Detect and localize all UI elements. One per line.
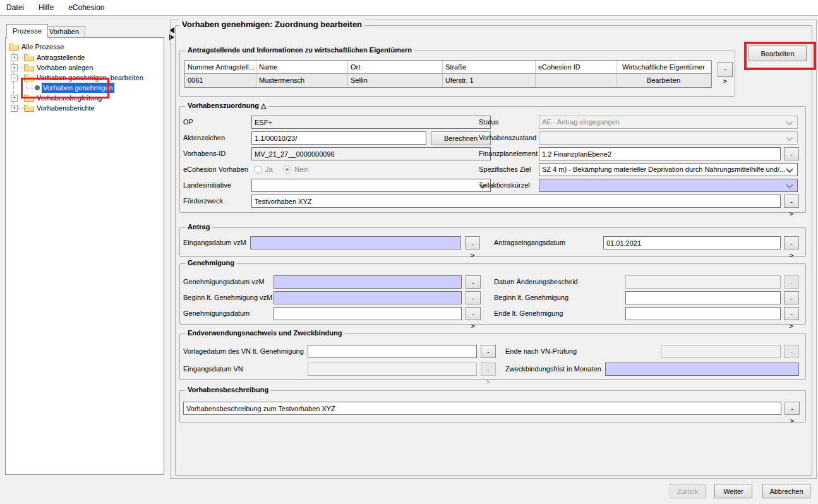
tab-vorhaben[interactable]: Vorhaben (43, 26, 85, 38)
antrag-groupbox: Antrag Eingangsdatum vzM -> Antragseinga… (179, 227, 806, 257)
ecohesion-ja-label: Ja (265, 163, 273, 176)
applicants-arrow-button[interactable]: -> (718, 62, 733, 77)
antragseingangsdatum-input[interactable] (603, 236, 781, 249)
antrag-legend: Antrag (185, 223, 212, 231)
zweckbindungsfrist-input[interactable] (605, 363, 799, 376)
finanzplanelement-input[interactable] (539, 147, 781, 160)
vorhabensbeschreibung-input[interactable] (183, 402, 781, 415)
genehmigungsdatum-input[interactable] (274, 307, 462, 320)
collapse-icon[interactable]: − (11, 75, 18, 81)
vorhabens-id-label: Vorhabens-ID (183, 147, 226, 160)
foerderzweck-arrow-button[interactable]: -> (784, 195, 799, 208)
ende-genehmigung-label: Ende lt. Genehmigung (494, 307, 563, 320)
bearbeiten-button[interactable]: Bearbeiten (749, 45, 807, 61)
tree-item-vorhabensberichte[interactable]: + Vorhabensberichte (6, 103, 164, 113)
tree-item-alle-prozesse[interactable]: Alle Prozesse (6, 42, 164, 52)
menu-ecohesion[interactable]: eCohesion (62, 0, 111, 15)
cell-nummer: 0061 (185, 74, 256, 87)
process-tree: Alle Prozesse + Antragstellende + Vorhab… (5, 37, 164, 475)
menu-datei[interactable]: Datei (0, 0, 30, 15)
ecohesion-nein-label: Nein (294, 163, 309, 176)
vorhabenszustand-label: Vorhabenszustand (479, 131, 536, 145)
landesinitiative-label: Landesinitiative (183, 179, 231, 192)
vorlagedatum-vn-arrow-button[interactable]: -> (481, 345, 496, 358)
teilaktionskuerzel-label: Teilaktionskürzel (479, 179, 530, 192)
column-header-strasse[interactable]: Straße (443, 61, 536, 74)
expand-icon[interactable]: + (11, 64, 18, 71)
column-header-wirtschaftliche-eigentuemer[interactable]: Wirtschaftliche Eigentümer (617, 61, 711, 74)
tree-item-label: Alle Prozesse (20, 42, 65, 52)
tree-item-vorhaben-genehmigen-bearbeiten[interactable]: − Vorhaben genehmigen, bearbeiten (6, 73, 164, 83)
finanzplanelement-arrow-button[interactable]: -> (784, 147, 799, 160)
genehmigung-groupbox: Genehmigung Genehmigungsdatum vzM -> Beg… (179, 263, 806, 325)
folder-icon (24, 93, 34, 102)
ende-genehmigung-input[interactable] (625, 307, 781, 320)
zuordnung-groupbox: Vorhabenszuordnung △ OP Aktenzeichen Ber… (179, 106, 806, 213)
teilaktionskuerzel-select[interactable] (539, 179, 798, 192)
eingangsdatum-vzm-arrow-button[interactable]: -> (465, 236, 480, 249)
ende-genehmigung-arrow-button[interactable]: -> (784, 307, 799, 320)
datum-aenderungsbescheid-label: Datum Änderungsbescheid (494, 275, 578, 289)
eingangsdatum-vn-arrow-button: -> (481, 363, 496, 376)
foerderzweck-label: Förderzweck (183, 195, 223, 208)
genehmigungsdatum-vzm-arrow-button[interactable]: -> (466, 275, 481, 289)
tab-prozesse[interactable]: Prozesse (6, 24, 48, 38)
vorlagedatum-vn-input[interactable] (308, 345, 477, 358)
applicants-groupbox: Antragstellende und Informationen zu wir… (179, 51, 735, 97)
genehmigungsdatum-label: Genehmigungsdatum (183, 307, 250, 320)
landesinitiative-select[interactable] (251, 179, 491, 192)
beginn-genehmigung-arrow-button[interactable]: -> (784, 291, 799, 304)
table-row[interactable]: 0061 Mustermensch Sellin Uferstr. 1 Bear… (185, 74, 711, 87)
cell-eigentuemer-bearbeiten-button[interactable]: Bearbeiten (617, 74, 711, 87)
menu-hilfe[interactable]: Hilfe (32, 0, 60, 15)
column-header-ort[interactable]: Ort (348, 61, 443, 74)
ende-vn-pruefung-label: Ende nach VN-Prüfung (505, 345, 577, 358)
column-header-ecohesion-id[interactable]: eCohesion ID (536, 61, 617, 74)
menubar: Datei Hilfe eCohesion (0, 0, 818, 16)
tree-item-antragstellende[interactable]: + Antragstellende (6, 52, 164, 63)
genehmigungsdatum-arrow-button[interactable]: -> (466, 307, 481, 320)
tree-item-vorhabensbegleitung[interactable]: + Vorhabensbegleitung (6, 93, 164, 103)
ecohesion-ja-radio[interactable] (254, 165, 262, 174)
genehmigungsdatum-vzm-label: Genehmigungsdatum vzM (183, 275, 264, 289)
expand-icon[interactable]: + (11, 105, 18, 112)
beginn-genehmigung-vzm-arrow-button[interactable]: -> (466, 291, 481, 304)
bullet-icon (35, 85, 40, 90)
zuordnung-legend: Vorhabenszuordnung △ (185, 102, 268, 110)
column-header-nummer[interactable]: Nummer Antragstell... (185, 61, 256, 74)
beginn-genehmigung-vzm-input[interactable] (274, 291, 462, 304)
beschreibung-legend: Vorhabensbeschreibung (185, 386, 271, 393)
beginn-genehmigung-input[interactable] (625, 291, 781, 304)
endverwendung-legend: Endverwendungsnachweis und Zweckbindung (185, 329, 344, 337)
column-header-name[interactable]: Name (256, 61, 348, 74)
ecohesion-nein-radio[interactable] (283, 165, 291, 174)
eingangsdatum-vzm-input[interactable] (250, 236, 461, 249)
cell-strasse: Uferstr. 1 (443, 74, 536, 87)
ecohesion-vorhaben-label: eCohesion Vorhaben (183, 163, 248, 176)
spezifisches-ziel-select[interactable]: SZ 4 m) - Bekämpfung materieller Depriva… (539, 163, 798, 176)
zweckbindungsfrist-label: Zweckbindungsfrist in Monaten (505, 363, 601, 376)
status-select: AE - Antrag eingegangen (539, 116, 798, 129)
antragseingangsdatum-arrow-button[interactable]: -> (784, 236, 799, 249)
table-header-row: Nummer Antragstell... Name Ort Straße eC… (185, 61, 711, 74)
tree-item-vorhaben-anlegen[interactable]: + Vorhaben anlegen (6, 63, 164, 73)
foerderzweck-input[interactable] (251, 195, 781, 208)
abbrechen-button[interactable]: Abbrechen (762, 484, 810, 498)
op-label: OP (183, 116, 193, 129)
aktenzeichen-label: Aktenzeichen (183, 131, 225, 145)
eingangsdatum-vzm-label: Eingangsdatum vzM (183, 236, 246, 249)
expand-icon[interactable]: + (11, 54, 18, 61)
genehmigungsdatum-vzm-input[interactable] (274, 275, 462, 289)
chevron-down-icon (786, 165, 793, 172)
vorhabens-id-field (251, 147, 491, 160)
ende-vn-pruefung-field (661, 345, 781, 358)
beginn-genehmigung-vzm-label: Beginn lt. Genehmigung vzM (183, 291, 272, 304)
tree-item-vorhaben-genehmigen[interactable]: Vorhaben genehmigen (6, 83, 164, 93)
expand-icon[interactable]: + (11, 95, 18, 102)
page-title: Vorhaben genehmigen: Zuordnung bearbeite… (179, 20, 364, 29)
aktenzeichen-input[interactable] (251, 131, 426, 145)
eingangsdatum-vn-label: Eingangsdatum VN (183, 363, 243, 376)
vorhabensbeschreibung-arrow-button[interactable]: -> (785, 402, 800, 415)
weiter-button[interactable]: Weiter (714, 484, 752, 498)
application-window: Datei Hilfe eCohesion Prozesse Vorhaben … (0, 0, 818, 504)
